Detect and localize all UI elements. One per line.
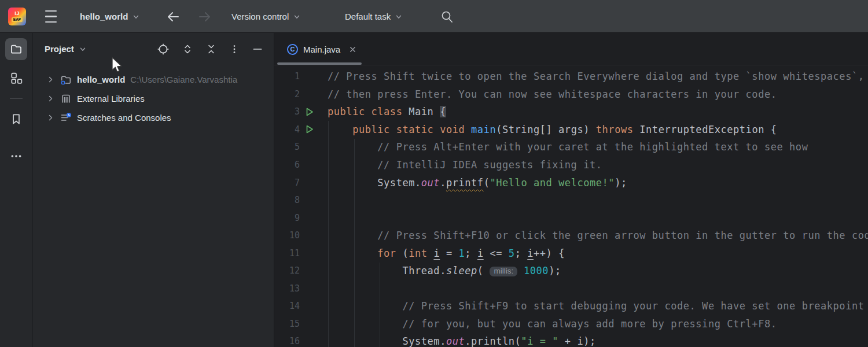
code-line-text: // IntelliJ IDEA suggests fixing it. [318, 159, 602, 171]
tree-item-scratches[interactable]: Scratches and Consoles [33, 108, 274, 127]
run-gutter-button[interactable] [301, 107, 318, 117]
chevron-right-icon[interactable] [47, 95, 54, 102]
code-line-text: Thread.sleep( millis: 1000); [318, 265, 561, 276]
line-number: 14 [274, 301, 301, 311]
tree-item-external-libraries[interactable]: External Libraries [33, 89, 274, 108]
tab-label: Main.java [303, 45, 340, 54]
code-line[interactable]: 14 // Press Shift+F9 to start debugging … [274, 297, 868, 315]
code-line-text: public static void main(String[] args) t… [318, 124, 777, 135]
line-number: 6 [274, 160, 301, 170]
project-widget-label: hello_world [80, 12, 128, 21]
search-everywhere-button[interactable] [440, 0, 454, 33]
folder-icon [10, 43, 23, 56]
hide-panel-icon[interactable] [252, 43, 263, 55]
code-line[interactable]: 13 [274, 280, 868, 298]
expand-all-icon[interactable] [182, 43, 193, 55]
chevron-right-icon[interactable] [47, 76, 54, 83]
code-line-text: System.out.println("i = " + i); [318, 335, 596, 347]
code-line[interactable]: 6 // IntelliJ IDEA suggests fixing it. [274, 156, 868, 174]
line-number: 13 [274, 283, 301, 294]
task-widget[interactable]: Default task [345, 0, 403, 33]
main-menu-button[interactable] [45, 0, 57, 33]
bookmark-icon [10, 113, 23, 125]
line-number: 15 [274, 319, 301, 329]
library-icon [60, 93, 72, 105]
chevron-down-icon [293, 13, 301, 21]
project-panel-actions [157, 43, 263, 56]
bookmarks-tool-button[interactable] [5, 108, 27, 130]
line-number: 9 [274, 213, 301, 223]
project-panel-header: Project [33, 33, 274, 65]
code-line[interactable]: 10 // Press Shift+F10 or click the green… [274, 227, 868, 245]
version-control-label: Version control [231, 12, 289, 21]
code-line[interactable]: 5 // Press Alt+Enter with your caret at … [274, 138, 868, 156]
collapse-all-icon[interactable] [205, 43, 217, 55]
ellipsis-icon [10, 150, 23, 163]
scratches-icon [60, 112, 72, 124]
tree-item-label: External Libraries [77, 94, 145, 104]
structure-tool-button[interactable] [5, 67, 27, 89]
project-panel: Project hello_world C:\Users [33, 33, 274, 347]
code-line-text: // Press Shift+F9 to start debugging you… [318, 300, 865, 312]
line-number: 4 [274, 124, 301, 135]
code-line-text: for (int i = 1; i <= 5; i++) { [318, 248, 565, 259]
line-number: 11 [274, 248, 301, 259]
code-line[interactable]: 7 System.out.printf("Hello and welcome!"… [274, 174, 868, 191]
code-line-text: // for you, but you can always add more … [318, 318, 777, 330]
code-line[interactable]: 1// Press Shift twice to open the Search… [274, 68, 868, 86]
project-tree: hello_world C:\Users\Gaiane.Varvashtia E… [33, 65, 274, 127]
close-tab-button[interactable] [348, 45, 357, 54]
back-button[interactable] [165, 0, 181, 33]
eap-badge: EAP [12, 17, 23, 22]
logo-text: IJ [14, 10, 20, 16]
code-line[interactable]: 12 Thread.sleep( millis: 1000); [274, 262, 868, 280]
chevron-right-icon[interactable] [47, 114, 54, 121]
intellij-logo-icon: IJ EAP [8, 8, 26, 25]
chevron-down-icon [79, 45, 87, 53]
editor-area: C Main.java 1// Press Shift twice to ope… [274, 33, 868, 347]
code-line[interactable]: 9 [274, 209, 868, 227]
forward-arrow-icon [197, 10, 212, 23]
back-arrow-icon [165, 10, 181, 23]
tree-item-label: hello_world [77, 75, 125, 84]
line-number: 1 [274, 71, 301, 82]
more-tool-windows-button[interactable] [5, 145, 27, 167]
run-icon [305, 124, 314, 134]
forward-button[interactable] [197, 0, 212, 33]
line-number: 12 [274, 265, 301, 276]
code-line-text: // Press Shift twice to open the Search … [318, 71, 865, 82]
editor-code[interactable]: 1// Press Shift twice to open the Search… [274, 65, 868, 347]
project-widget[interactable]: hello_world [80, 0, 140, 33]
project-panel-title[interactable]: Project [45, 44, 74, 54]
intellij-logo[interactable]: IJ EAP [8, 0, 26, 33]
search-icon [440, 10, 454, 24]
ide-window: IJ EAP hello_world Version control Defau… [0, 0, 868, 347]
code-line-text: // then press Enter. You can now see whi… [318, 88, 777, 100]
tree-item-path: C:\Users\Gaiane.Varvashtia [130, 75, 237, 84]
line-number: 16 [274, 336, 301, 346]
line-number: 8 [274, 195, 301, 205]
tree-item-label: Scratches and Consoles [77, 113, 171, 123]
code-line[interactable]: 16 System.out.println("i = " + i); [274, 333, 868, 347]
kebab-menu-icon[interactable] [229, 43, 240, 55]
code-line[interactable]: 3public class Main { [274, 103, 868, 121]
task-widget-label: Default task [345, 12, 391, 21]
line-number: 7 [274, 178, 301, 188]
code-line-text: // Press Shift+F10 or click the green ar… [318, 230, 868, 241]
line-number: 2 [274, 89, 301, 99]
code-line[interactable]: 2// then press Enter. You can now see wh… [274, 86, 868, 104]
line-number: 10 [274, 230, 301, 241]
code-line[interactable]: 4 public static void main(String[] args)… [274, 121, 868, 139]
select-opened-file-icon[interactable] [157, 43, 170, 56]
project-tool-button[interactable] [5, 38, 27, 60]
code-line[interactable]: 8 [274, 191, 868, 209]
code-line[interactable]: 15 // for you, but you can always add mo… [274, 315, 868, 333]
code-line[interactable]: 11 for (int i = 1; i <= 5; i++) { [274, 244, 868, 262]
run-icon [305, 107, 314, 117]
tab-main-java[interactable]: C Main.java [275, 33, 366, 65]
version-control-widget[interactable]: Version control [231, 0, 301, 33]
module-folder-icon [60, 74, 72, 86]
structure-icon [10, 72, 23, 84]
run-gutter-button[interactable] [301, 124, 318, 134]
tree-item-hello-world[interactable]: hello_world C:\Users\Gaiane.Varvashtia [33, 70, 274, 89]
